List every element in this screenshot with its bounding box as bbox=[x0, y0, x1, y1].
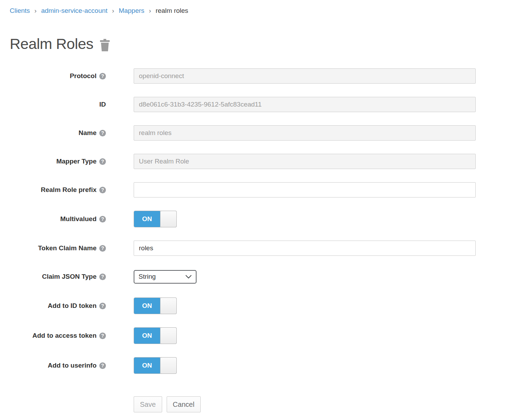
field-label: Mapper Type ? bbox=[10, 158, 106, 165]
field-label: Protocol ? bbox=[10, 72, 106, 80]
form-row-name: Name ? bbox=[10, 125, 509, 141]
form-row-add-to-id-token: Add to ID token ? ON bbox=[10, 297, 509, 314]
help-icon[interactable]: ? bbox=[99, 245, 106, 252]
toggle-on-label: ON bbox=[134, 328, 160, 344]
form-row-realm-role-prefix: Realm Role prefix ? bbox=[10, 182, 509, 198]
toggle-on-label: ON bbox=[134, 358, 160, 373]
breadcrumb-mappers[interactable]: Mappers bbox=[119, 6, 144, 15]
field-label: Add to access token ? bbox=[10, 332, 106, 339]
breadcrumb-current: realm roles bbox=[156, 6, 188, 15]
help-icon[interactable]: ? bbox=[99, 362, 106, 369]
toggle-handle[interactable] bbox=[160, 297, 177, 314]
form-row-id: ID bbox=[10, 97, 509, 112]
field-label: Add to ID token ? bbox=[10, 302, 106, 310]
chevron-down-icon bbox=[185, 275, 192, 279]
mapper-detail-page: Clients › admin-service-account › Mapper… bbox=[0, 0, 509, 412]
field-label: ID bbox=[10, 101, 106, 108]
save-button[interactable]: Save bbox=[134, 396, 162, 412]
realm-role-prefix-input[interactable] bbox=[134, 182, 476, 198]
help-icon[interactable]: ? bbox=[99, 73, 106, 79]
field-label: Multivalued ? bbox=[10, 215, 106, 223]
delete-mapper-button[interactable] bbox=[99, 39, 111, 52]
select-value: String bbox=[139, 273, 156, 280]
toggle-on-label: ON bbox=[134, 211, 160, 227]
field-label: Realm Role prefix ? bbox=[10, 186, 106, 194]
multivalued-toggle[interactable]: ON bbox=[134, 211, 177, 227]
mapper-type-label: Mapper Type bbox=[56, 158, 97, 165]
field-label: Name ? bbox=[10, 129, 106, 137]
name-input bbox=[134, 125, 476, 141]
toggle-on-label: ON bbox=[134, 298, 160, 314]
id-input bbox=[134, 97, 476, 112]
breadcrumb-clients[interactable]: Clients bbox=[10, 6, 30, 15]
help-icon[interactable]: ? bbox=[99, 274, 106, 280]
field-label: Claim JSON Type ? bbox=[10, 273, 106, 280]
realm-role-prefix-label: Realm Role prefix bbox=[41, 186, 97, 194]
toggle-handle[interactable] bbox=[160, 357, 177, 374]
trash-icon bbox=[99, 39, 111, 52]
form-row-add-to-access-token: Add to access token ? ON bbox=[10, 327, 509, 344]
add-to-access-token-toggle[interactable]: ON bbox=[134, 327, 177, 344]
add-to-id-token-toggle[interactable]: ON bbox=[134, 297, 177, 314]
breadcrumb-separator: › bbox=[112, 6, 114, 15]
form-row-multivalued: Multivalued ? ON bbox=[10, 211, 509, 227]
breadcrumb-admin-service-account[interactable]: admin-service-account bbox=[41, 6, 107, 15]
form-row-add-to-userinfo: Add to userinfo ? ON bbox=[10, 357, 509, 374]
form-actions: Save Cancel bbox=[134, 396, 509, 412]
protocol-label: Protocol bbox=[70, 72, 97, 80]
toggle-handle[interactable] bbox=[160, 211, 177, 227]
add-to-id-token-label: Add to ID token bbox=[48, 302, 97, 310]
form-row-claim-json-type: Claim JSON Type ? String bbox=[10, 269, 509, 284]
breadcrumb: Clients › admin-service-account › Mapper… bbox=[10, 6, 509, 15]
name-label: Name bbox=[78, 129, 97, 137]
toggle-handle[interactable] bbox=[160, 327, 177, 344]
breadcrumb-separator: › bbox=[149, 6, 151, 15]
add-to-userinfo-toggle[interactable]: ON bbox=[134, 357, 177, 374]
claim-json-type-label: Claim JSON Type bbox=[42, 273, 97, 280]
page-title: Realm Roles bbox=[10, 35, 509, 52]
multivalued-label: Multivalued bbox=[60, 215, 97, 223]
help-icon[interactable]: ? bbox=[99, 216, 106, 222]
form-row-protocol: Protocol ? bbox=[10, 68, 509, 84]
form-row-token-claim-name: Token Claim Name ? bbox=[10, 241, 509, 256]
help-icon[interactable]: ? bbox=[99, 130, 106, 136]
help-icon[interactable]: ? bbox=[99, 187, 106, 193]
token-claim-name-input[interactable] bbox=[134, 241, 476, 256]
field-label: Token Claim Name ? bbox=[10, 244, 106, 252]
add-to-userinfo-label: Add to userinfo bbox=[48, 362, 97, 369]
form-row-mapper-type: Mapper Type ? bbox=[10, 154, 509, 169]
breadcrumb-separator: › bbox=[34, 6, 36, 15]
help-icon[interactable]: ? bbox=[99, 303, 106, 309]
id-label: ID bbox=[99, 101, 106, 108]
help-icon[interactable]: ? bbox=[99, 158, 106, 165]
claim-json-type-select[interactable]: String bbox=[134, 270, 197, 284]
protocol-input bbox=[134, 68, 476, 84]
help-icon[interactable]: ? bbox=[99, 333, 106, 339]
mapper-form: Protocol ? ID Name ? bbox=[10, 68, 509, 412]
add-to-access-token-label: Add to access token bbox=[32, 332, 97, 339]
page-title-text: Realm Roles bbox=[10, 35, 93, 52]
mapper-type-input bbox=[134, 154, 476, 169]
cancel-button[interactable]: Cancel bbox=[167, 396, 201, 412]
field-label: Add to userinfo ? bbox=[10, 362, 106, 369]
token-claim-name-label: Token Claim Name bbox=[38, 244, 97, 252]
